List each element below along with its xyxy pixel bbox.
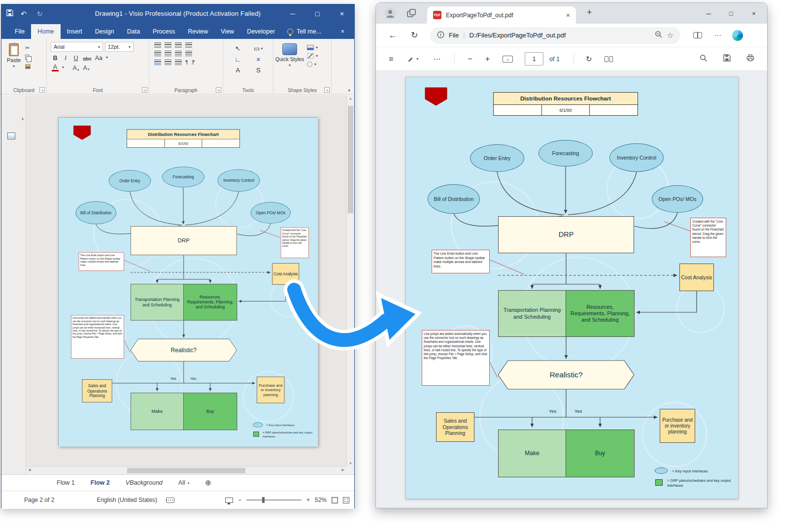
font-color-button[interactable]: A	[52, 63, 59, 71]
expand-shapes-panel-icon[interactable]: ›	[22, 115, 24, 122]
zoom-indicator-icon[interactable]	[655, 31, 663, 40]
page-tab-vbackground[interactable]: VBackground	[126, 479, 163, 486]
ribbon-tab-insert[interactable]: Insert	[61, 24, 89, 39]
page-number-input[interactable]: 1	[525, 52, 543, 66]
quick-styles-button[interactable]: Quick Styles ▾	[274, 41, 305, 71]
visio-canvas[interactable]: Distribution Resources Flowchart 6/1/00 …	[26, 95, 346, 466]
insert-page-icon[interactable]: ⊕	[205, 478, 211, 487]
page-tab-flow1[interactable]: Flow 1	[57, 479, 75, 486]
page-view-icon[interactable]	[605, 56, 613, 62]
scroll-down-icon[interactable]: ▼	[347, 462, 354, 465]
scroll-left-icon[interactable]: ◀	[28, 468, 31, 472]
ribbon-tab-view[interactable]: View	[214, 24, 240, 39]
page-tab-all[interactable]: All▴	[178, 479, 189, 486]
font-name-select[interactable]: Arial▾	[51, 42, 103, 52]
collapse-ribbon-icon[interactable]: ▴	[348, 87, 350, 92]
copy-icon[interactable]	[25, 54, 31, 61]
pdf-content-area[interactable]: Distribution Resources Flowchart 6/1/00 …	[376, 71, 767, 508]
pointer-tool-icon[interactable]: ↖	[230, 44, 246, 53]
vertical-scrollbar[interactable]: ▲ ▼	[346, 95, 354, 466]
cut-icon[interactable]: ✂	[25, 44, 31, 51]
annotate-pen-button[interactable]: ▾	[407, 55, 418, 63]
address-box[interactable]: File | D:/Files/ExportPageToPdf_out.pdf …	[430, 27, 680, 44]
line-spacing-icon[interactable]	[185, 42, 192, 48]
maximize-button[interactable]: □	[720, 3, 742, 24]
language-indicator[interactable]: English (United States)	[97, 497, 157, 503]
grow-font-button[interactable]: A▴	[72, 63, 79, 71]
back-icon[interactable]: ←	[386, 31, 400, 40]
print-icon[interactable]	[746, 54, 754, 64]
fill-button[interactable]: ▾	[307, 45, 318, 50]
freeform-tool-icon[interactable]: S	[251, 66, 267, 74]
paragraph-dialog-launcher[interactable]: ↘	[216, 87, 221, 93]
refresh-icon[interactable]: ↻	[407, 30, 421, 40]
browser-tab[interactable]: PDF ExportPageToPdf_out.pdf ×	[427, 6, 576, 24]
font-size-select[interactable]: 12pt.▾	[105, 42, 134, 52]
tell-me-box[interactable]: Tell me...	[281, 24, 327, 39]
pdf-zoom-out-icon[interactable]: −	[468, 55, 472, 64]
strikethrough-button[interactable]: abc	[83, 53, 92, 62]
rotate-icon[interactable]: ↻	[586, 55, 592, 64]
paste-button[interactable]: Paste ▾	[2, 41, 25, 70]
info-icon[interactable]	[437, 31, 444, 40]
shape-styles-dialog-launcher[interactable]: ↘	[324, 87, 330, 93]
effects-button[interactable]: ▾	[307, 62, 318, 67]
connection-point-tool-icon[interactable]: ×	[251, 55, 267, 64]
pdf-zoom-in-icon[interactable]: +	[485, 55, 490, 64]
minimize-button[interactable]: ─	[697, 3, 720, 24]
copilot-icon[interactable]	[732, 30, 743, 41]
decrease-indent-icon[interactable]	[165, 60, 171, 65]
fullscreen-icon[interactable]	[343, 497, 349, 503]
stencil-icon[interactable]	[7, 133, 15, 139]
undo-button[interactable]: ↶▾	[21, 10, 30, 18]
search-icon[interactable]	[700, 54, 707, 64]
align-top-icon[interactable]	[154, 51, 161, 56]
increase-indent-icon[interactable]	[175, 60, 182, 65]
justify-icon[interactable]	[185, 51, 192, 56]
clipboard-dialog-launcher[interactable]: ↘	[39, 87, 45, 93]
ribbon-tab-review[interactable]: Review	[181, 24, 214, 39]
maximize-button[interactable]: □	[305, 4, 330, 23]
zoom-slider[interactable]	[246, 499, 302, 500]
new-tab-button[interactable]: +	[587, 7, 592, 18]
fit-page-icon[interactable]	[332, 497, 338, 503]
align-center-icon[interactable]	[165, 42, 171, 48]
bold-button[interactable]: B	[52, 53, 59, 62]
profile-icon[interactable]	[384, 7, 397, 22]
fit-to-width-icon[interactable]: ↔	[503, 56, 513, 63]
shrink-font-button[interactable]: A▾	[83, 63, 90, 71]
zoom-in-icon[interactable]: +	[306, 497, 310, 503]
ribbon-tab-process[interactable]: Process	[146, 24, 181, 39]
vertical-scroll-thumb[interactable]	[348, 106, 353, 213]
workspaces-icon[interactable]	[406, 8, 416, 20]
align-bottom-icon[interactable]	[175, 51, 182, 56]
page-tab-flow2[interactable]: Flow 2	[91, 479, 110, 486]
line-button[interactable]: ▾	[307, 53, 318, 59]
redo-icon[interactable]: ↻	[37, 10, 43, 18]
favorite-star-icon[interactable]: ☆	[667, 31, 673, 40]
ribbon-tab-design[interactable]: Design	[89, 24, 121, 39]
connector-tool-icon[interactable]: ∟	[230, 55, 246, 64]
customize-qat-icon[interactable]: ▾	[51, 11, 53, 16]
underline-button[interactable]: U	[72, 53, 79, 62]
rtl-text-icon[interactable]: ¶	[192, 59, 195, 65]
presentation-mode-icon[interactable]	[225, 498, 233, 503]
minimize-button[interactable]: ─	[280, 4, 305, 23]
close-document-icon[interactable]: ×	[340, 28, 344, 35]
close-button[interactable]: ×	[742, 3, 765, 24]
scroll-up-icon[interactable]: ▲	[347, 97, 354, 100]
italic-button[interactable]: I	[62, 53, 69, 62]
align-middle-icon[interactable]	[165, 51, 171, 56]
ribbon-tab-file[interactable]: File	[8, 24, 31, 39]
annotation-more-icon[interactable]: ⋯	[433, 55, 440, 64]
tab-close-icon[interactable]: ×	[566, 11, 570, 19]
ltr-text-icon[interactable]: ¶	[185, 59, 188, 65]
rectangle-tool-icon[interactable]: ▭▾	[251, 44, 267, 53]
ribbon-tab-home[interactable]: Home	[31, 24, 60, 39]
align-left-icon[interactable]	[154, 42, 161, 48]
ribbon-tab-data[interactable]: Data	[121, 24, 146, 39]
format-painter-icon[interactable]	[25, 63, 31, 70]
page-indicator[interactable]: Page 2 of 2	[24, 497, 54, 503]
split-screen-icon[interactable]	[693, 32, 702, 38]
save-icon[interactable]	[6, 9, 13, 18]
